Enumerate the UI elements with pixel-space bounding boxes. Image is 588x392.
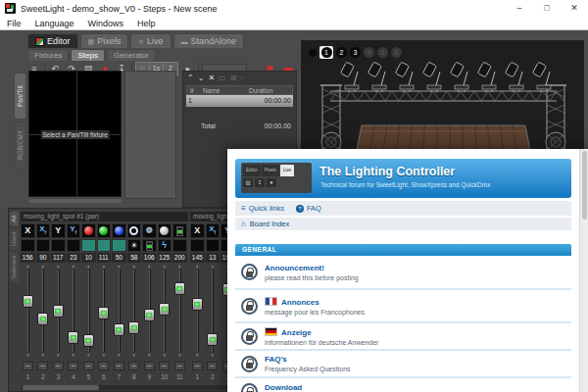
- step-up-button[interactable]: ⌃: [187, 74, 194, 82]
- tab-live[interactable]: ✕Live: [130, 33, 171, 48]
- minimize-button[interactable]: –: [506, 0, 533, 17]
- forum-link[interactable]: Anzeige: [265, 327, 378, 337]
- forum-section-header[interactable]: GENERAL: [235, 244, 571, 256]
- channel-mode-cell[interactable]: [67, 239, 81, 252]
- fade-curve-button[interactable]: ~: [174, 362, 185, 370]
- subtab-generator[interactable]: Generator: [107, 49, 156, 61]
- fade-curve-button[interactable]: ~: [192, 362, 203, 370]
- channel-function-cell[interactable]: ☸: [142, 223, 157, 238]
- step-down-button[interactable]: ⌄: [198, 74, 205, 82]
- fader-handle[interactable]: [37, 313, 48, 325]
- fade-curve-button[interactable]: ~: [207, 362, 218, 370]
- menu-file[interactable]: File: [7, 19, 22, 28]
- fader-track[interactable]: [133, 270, 135, 352]
- scene-button-4[interactable]: 4: [364, 47, 374, 58]
- tab-editor[interactable]: Editor: [27, 33, 78, 48]
- channel-mode-cell[interactable]: [36, 239, 51, 252]
- fade-curve-button[interactable]: ~: [98, 362, 109, 370]
- fader-handle[interactable]: [23, 295, 33, 308]
- canvas-scrollbar[interactable]: [28, 199, 122, 203]
- channel-mode-cell[interactable]: [81, 239, 96, 252]
- channel-mode-cell[interactable]: [172, 239, 187, 252]
- fader-scrollbar-thumb[interactable]: [23, 385, 99, 390]
- channel-function-cell[interactable]: [127, 223, 142, 238]
- scene-button-1[interactable]: 1: [319, 46, 333, 59]
- menu-language[interactable]: Language: [35, 19, 74, 28]
- fader-handle[interactable]: [207, 333, 218, 346]
- fader-handle[interactable]: [192, 298, 203, 311]
- fade-curve-button[interactable]: ~: [68, 362, 78, 370]
- channel-function-cell[interactable]: Xf: [36, 223, 51, 238]
- fader-filter-selected[interactable]: Selected: [10, 252, 19, 282]
- fader-handle[interactable]: [144, 309, 155, 321]
- fader-track[interactable]: [42, 270, 44, 352]
- channel-function-cell[interactable]: Xf: [206, 223, 220, 238]
- fade-curve-button[interactable]: ~: [114, 362, 124, 370]
- fader-handle[interactable]: [174, 282, 185, 295]
- fader-track[interactable]: [197, 270, 199, 352]
- forum-scrollbar[interactable]: [579, 149, 588, 392]
- channel-function-cell[interactable]: Y: [51, 223, 66, 238]
- channel-function-cell[interactable]: X: [21, 223, 35, 238]
- fader-track[interactable]: [27, 270, 29, 352]
- channel-mode-cell[interactable]: ☀: [127, 239, 142, 252]
- pan-tilt-canvas[interactable]: Select a Pan/Tilt fixture: [28, 71, 122, 197]
- forum-link[interactable]: Announcement!: [265, 264, 359, 272]
- channel-function-cell[interactable]: X: [190, 223, 205, 238]
- quick-links-link[interactable]: ≡ Quick links: [241, 204, 284, 213]
- fade-curve-button[interactable]: ~: [53, 362, 64, 370]
- table-row[interactable]: 100:00.00: [186, 95, 293, 107]
- tab-standalone[interactable]: ▬StandAlone: [173, 33, 245, 48]
- sidetab-pan-tilt[interactable]: Pan/Tilt: [14, 73, 26, 120]
- maximize-button[interactable]: □: [533, 0, 561, 17]
- channel-mode-cell[interactable]: [112, 239, 126, 252]
- channel-function-cell[interactable]: [97, 223, 112, 238]
- fade-curve-button[interactable]: ~: [83, 362, 94, 370]
- channel-mode-cell[interactable]: [97, 239, 112, 252]
- scene-button-5[interactable]: 5: [377, 47, 388, 58]
- fader-handle[interactable]: [98, 307, 109, 319]
- scene-button-3[interactable]: 3: [350, 47, 361, 58]
- forum-scrollbar-thumb[interactable]: [582, 151, 587, 220]
- fader-handle[interactable]: [53, 305, 64, 318]
- fader-handle[interactable]: [114, 323, 124, 336]
- forum-link[interactable]: Annonces: [265, 297, 365, 307]
- step-delete-button[interactable]: ✕: [208, 74, 215, 82]
- faq-link[interactable]: ? FAQ: [296, 204, 321, 213]
- channel-mode-cell[interactable]: [190, 239, 205, 252]
- channel-function-cell[interactable]: Yf: [67, 223, 81, 238]
- scene-button-2[interactable]: 2: [336, 47, 347, 58]
- scene-button-6[interactable]: 6: [391, 47, 402, 58]
- fader-handle[interactable]: [83, 334, 94, 347]
- channel-mode-cell[interactable]: [51, 239, 66, 252]
- fade-curve-button[interactable]: ~: [159, 362, 170, 370]
- channel-mode-cell[interactable]: [21, 239, 35, 252]
- channel-mode-cell[interactable]: [206, 239, 220, 252]
- fader-filter-all[interactable]: All: [10, 212, 19, 226]
- fade-curve-button[interactable]: ~: [128, 362, 139, 370]
- subtab-fixtures[interactable]: Fixtures: [27, 49, 69, 61]
- step-more-button[interactable]: ▫: [240, 74, 243, 82]
- step-copy-button[interactable]: ▭: [219, 74, 226, 82]
- tab-pixels[interactable]: ▦Pixels: [80, 33, 129, 48]
- channel-function-cell[interactable]: [81, 223, 96, 238]
- subtab-steps[interactable]: Steps: [71, 49, 104, 61]
- fader-handle[interactable]: [159, 303, 170, 316]
- channel-function-cell[interactable]: [158, 223, 172, 238]
- menu-help[interactable]: Help: [137, 19, 156, 28]
- channel-mode-cell[interactable]: ϟ: [158, 239, 172, 252]
- fade-curve-button[interactable]: ~: [37, 362, 48, 370]
- fader-track[interactable]: [119, 270, 121, 352]
- fader-filter-used[interactable]: Used: [10, 228, 19, 250]
- fader-handle[interactable]: [128, 321, 139, 334]
- menu-windows[interactable]: Windows: [88, 19, 124, 28]
- board-index-link[interactable]: Board Index: [250, 220, 289, 228]
- fade-curve-button[interactable]: ~: [23, 362, 33, 370]
- forum-link[interactable]: Download: [265, 383, 302, 392]
- channel-mode-cell[interactable]: [142, 239, 157, 252]
- channel-function-cell[interactable]: [172, 223, 187, 238]
- close-button[interactable]: ✕: [561, 0, 588, 17]
- fade-curve-button[interactable]: ~: [144, 362, 155, 370]
- sidetab-rgb-cmy[interactable]: RGB/CMY: [14, 122, 26, 169]
- forum-link[interactable]: FAQ's: [265, 355, 351, 364]
